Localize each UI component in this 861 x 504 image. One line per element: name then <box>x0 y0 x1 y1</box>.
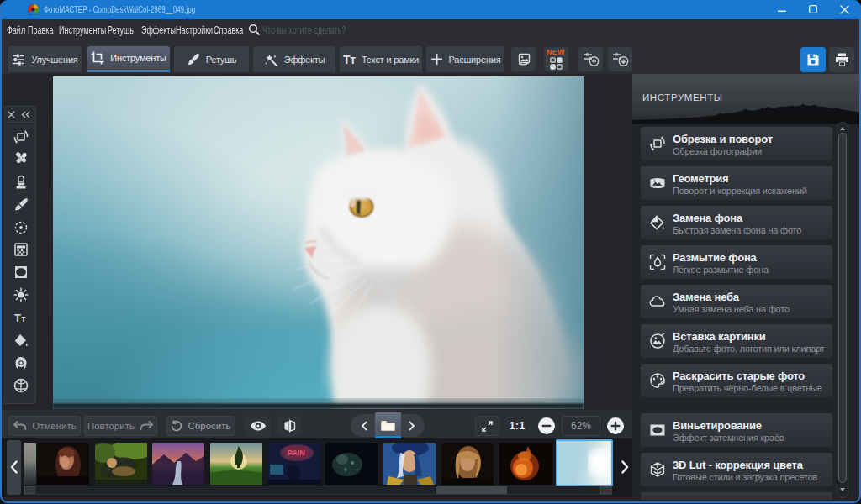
svg-text:т: т <box>22 314 26 323</box>
svg-text:T: T <box>14 312 21 324</box>
